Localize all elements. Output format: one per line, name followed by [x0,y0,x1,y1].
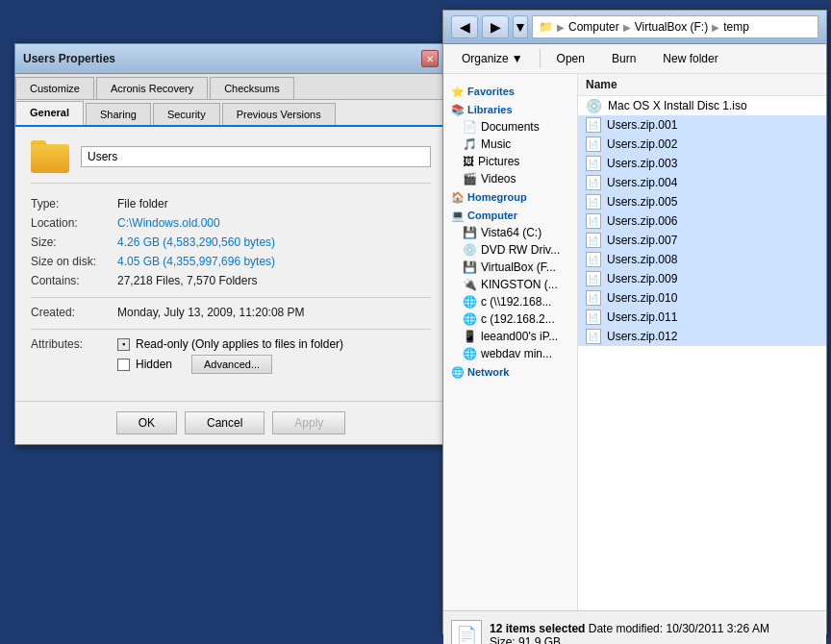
dialog-title: Users Properties [23,52,115,65]
file-item-8[interactable]: 📄 Users.zip.009 [578,269,826,288]
contains-label: Contains: [31,274,117,287]
attributes-grid: Attributes: ▪ Read-only (Only applies to… [31,337,431,378]
phone-icon: 📱 [463,330,477,343]
zip-icon-11: 📄 [586,329,601,344]
file-item-0[interactable]: 📄 Users.zip.001 [578,115,826,135]
star-icon: ⭐ [451,86,465,97]
sidebar-kingston[interactable]: 🔌 KINGSTON (... [443,276,577,293]
folder-name-input[interactable] [81,146,431,167]
file-name-6: Users.zip.007 [607,234,677,247]
homegroup-icon: 🏠 [451,191,465,203]
forward-button[interactable]: ▶ [482,15,509,38]
breadcrumb-temp[interactable]: temp [723,20,749,34]
file-name-3: Users.zip.004 [607,176,677,189]
created-label: Created: [31,306,117,319]
sidebar-webdav[interactable]: 🌐 webdav min... [443,345,577,362]
file-name-5: Users.zip.006 [607,214,677,228]
sidebar-vista64[interactable]: 💾 Vista64 (C:) [443,224,577,241]
zip-icon-3: 📄 [586,175,601,190]
zip-icon-2: 📄 [586,156,601,171]
file-item-6[interactable]: 📄 Users.zip.007 [578,231,826,250]
sidebar-iphone[interactable]: 📱 leeand00's iP... [443,328,577,345]
apply-button[interactable]: Apply [272,411,345,434]
file-item-11[interactable]: 📄 Users.zip.012 [578,327,826,346]
status-count: 12 items selected [490,622,585,635]
sidebar-music[interactable]: 🎵 Music [443,136,577,153]
status-size: 91.9 GB [518,635,561,645]
organize-chevron: ▼ [512,52,523,65]
sidebar-computer-header[interactable]: 💻 Computer [443,206,577,224]
folder-icon-shape [31,144,69,173]
file-item-macosx[interactable]: 💿 Mac OS X Install Disc 1.iso [578,96,826,115]
tab-previous-versions[interactable]: Previous Versions [222,103,336,125]
organize-label: Organize [462,52,509,65]
breadcrumb-virtualbox[interactable]: VirtualBox (F:) [635,20,708,34]
zip-icon-6: 📄 [586,233,601,248]
file-item-7[interactable]: 📄 Users.zip.008 [578,250,826,269]
zip-icon-0: 📄 [586,117,601,133]
status-size-label: Size: [490,635,516,645]
explorer-titlebar: ◀ ▶ ▼ 📁 ▶ Computer ▶ VirtualBox (F:) ▶ t… [443,11,826,44]
advanced-button[interactable]: Advanced... [191,355,272,374]
dialog-titlebar: Users Properties ✕ [15,44,446,74]
tab-general[interactable]: General [15,101,84,125]
status-file-icon: 📄 [451,620,482,645]
tab-checksums[interactable]: Checksums [210,77,293,99]
tab-sharing[interactable]: Sharing [86,103,151,125]
file-item-5[interactable]: 📄 Users.zip.006 [578,211,826,231]
network-icon: 🌐 [451,366,465,378]
burn-button[interactable]: Burn [601,48,646,69]
dialog-body: Type: File folder Location: C:\Windows.o… [15,127,446,401]
file-item-4[interactable]: 📄 Users.zip.005 [578,192,826,211]
hidden-row: Hidden Advanced... [117,355,431,374]
sidebar-videos[interactable]: 🎬 Videos [443,170,577,187]
ok-button[interactable]: OK [116,411,177,434]
dropdown-button[interactable]: ▼ [513,15,528,38]
tab-security[interactable]: Security [153,103,220,125]
music-icon: 🎵 [463,137,477,151]
back-button[interactable]: ◀ [451,15,478,38]
breadcrumb-computer[interactable]: Computer [568,20,619,34]
readonly-checkbox[interactable]: ▪ [117,338,130,351]
contains-value: 27,218 Files, 7,570 Folders [117,274,431,287]
file-item-9[interactable]: 📄 Users.zip.010 [578,288,826,308]
breadcrumb-bar: 📁 ▶ Computer ▶ VirtualBox (F:) ▶ temp [532,15,818,38]
type-value: File folder [117,197,431,211]
sidebar-documents[interactable]: 📄 Documents [443,118,577,136]
file-name-1: Users.zip.002 [607,137,677,151]
zip-icon-5: 📄 [586,213,601,229]
libraries-icon: 📚 [451,104,465,115]
file-item-1[interactable]: 📄 Users.zip.002 [578,135,826,154]
sidebar-virtualbox[interactable]: 💾 VirtualBox (F... [443,259,577,276]
hidden-checkbox[interactable] [117,359,130,371]
sidebar-favorites-header[interactable]: ⭐ Favorites [443,82,577,100]
users-properties-dialog: Users Properties ✕ Customize Acronis Rec… [14,43,447,445]
file-item-10[interactable]: 📄 Users.zip.011 [578,308,826,327]
file-item-3[interactable]: 📄 Users.zip.004 [578,173,826,192]
new-folder-button[interactable]: New folder [652,48,728,69]
file-name-7: Users.zip.008 [607,253,677,266]
open-button[interactable]: Open [546,48,595,69]
tab-customize[interactable]: Customize [15,77,94,99]
dialog-close-button[interactable]: ✕ [421,50,439,67]
sidebar-network2[interactable]: 🌐 c (192.168.2... [443,310,577,328]
sidebar-network1[interactable]: 🌐 c (\\192.168... [443,293,577,310]
sidebar-homegroup-header[interactable]: 🏠 Homegroup [443,187,577,206]
file-item-2[interactable]: 📄 Users.zip.003 [578,154,826,173]
status-text: 12 items selected Date modified: 10/30/2… [490,622,769,645]
file-name-4: Users.zip.005 [607,195,677,209]
sidebar-libraries-header[interactable]: 📚 Libraries [443,100,577,118]
organize-button[interactable]: Organize ▼ [451,48,534,69]
tab-acronis[interactable]: Acronis Recovery [96,77,208,99]
sidebar-network-header[interactable]: 🌐 Network [443,362,577,381]
status-bar: 📄 12 items selected Date modified: 10/30… [443,610,826,644]
sidebar-pictures[interactable]: 🖼 Pictures [443,153,577,170]
file-name-0: Users.zip.001 [607,118,677,132]
type-label: Type: [31,197,117,211]
readonly-label: Read-only (Only applies to files in fold… [136,337,343,351]
attributes-controls: ▪ Read-only (Only applies to files in fo… [117,337,431,378]
sidebar-dvdrw[interactable]: 💿 DVD RW Driv... [443,241,577,259]
file-name-2: Users.zip.003 [607,157,677,170]
explorer-window: ◀ ▶ ▼ 📁 ▶ Computer ▶ VirtualBox (F:) ▶ t… [442,10,827,634]
cancel-button[interactable]: Cancel [185,411,264,434]
